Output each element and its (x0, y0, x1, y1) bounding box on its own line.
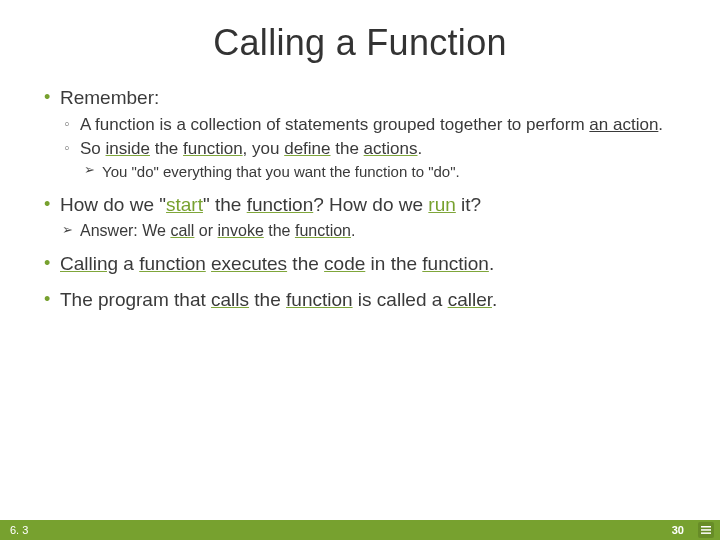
sub-bullet-answer: Answer: We call or invoke the function. (42, 221, 678, 241)
text: So (80, 139, 106, 158)
text: in the (365, 253, 422, 274)
slide-title: Calling a Function (42, 22, 678, 64)
underlined-text: function (422, 253, 489, 274)
underlined-text: Calling (60, 253, 118, 274)
underlined-text: caller (448, 289, 492, 310)
footer-page-number: 30 (672, 524, 684, 536)
slide: Calling a Function Remember: A function … (0, 0, 720, 540)
text: . (658, 115, 663, 134)
text: ? How do we (313, 194, 428, 215)
text: Answer: We (80, 222, 170, 239)
bullet-calling-executes: Calling a function executes the code in … (42, 252, 678, 276)
text: the (249, 289, 286, 310)
underlined-text: an action (589, 115, 658, 134)
underlined-green-text: run (428, 194, 455, 215)
text: the (264, 222, 295, 239)
text: , you (243, 139, 285, 158)
svg-rect-1 (701, 529, 711, 531)
underlined-text: executes (211, 253, 287, 274)
underlined-text: define (284, 139, 330, 158)
footer-section-number: 6. 3 (10, 524, 28, 536)
text: How do we " (60, 194, 166, 215)
underlined-text: function (286, 289, 353, 310)
text: the (150, 139, 183, 158)
text: " the (203, 194, 247, 215)
text: A function is a collection of statements… (80, 115, 589, 134)
underlined-text: function (183, 139, 243, 158)
sub-bullet-definition: A function is a collection of statements… (42, 114, 678, 136)
slide-body: Remember: A function is a collection of … (42, 86, 678, 312)
underlined-text: calls (211, 289, 249, 310)
underlined-text: inside (106, 139, 150, 158)
underlined-text: function (247, 194, 314, 215)
sub-bullet-inside: So inside the function, you define the a… (42, 138, 678, 160)
underlined-text: call (170, 222, 194, 239)
underlined-text: actions (364, 139, 418, 158)
footer-bar: 6. 3 30 (0, 520, 720, 540)
menu-icon (698, 522, 714, 538)
underlined-green-text: start (166, 194, 203, 215)
text: the (287, 253, 324, 274)
sub-sub-bullet-do: You "do" everything that you want the fu… (42, 162, 678, 181)
text: The program that (60, 289, 211, 310)
underlined-text: function (295, 222, 351, 239)
text: the (331, 139, 364, 158)
text: or (194, 222, 217, 239)
underlined-text: invoke (218, 222, 264, 239)
bullet-remember: Remember: (42, 86, 678, 110)
text: . (492, 289, 497, 310)
underlined-text: function (139, 253, 206, 274)
bullet-how-start: How do we "start" the function? How do w… (42, 193, 678, 217)
svg-rect-0 (701, 526, 711, 528)
bullet-caller: The program that calls the function is c… (42, 288, 678, 312)
text: . (351, 222, 355, 239)
text: . (489, 253, 494, 274)
text: . (417, 139, 422, 158)
text: a (118, 253, 139, 274)
text: is called a (353, 289, 448, 310)
underlined-text: code (324, 253, 365, 274)
text: it? (456, 194, 481, 215)
svg-rect-2 (701, 532, 711, 534)
